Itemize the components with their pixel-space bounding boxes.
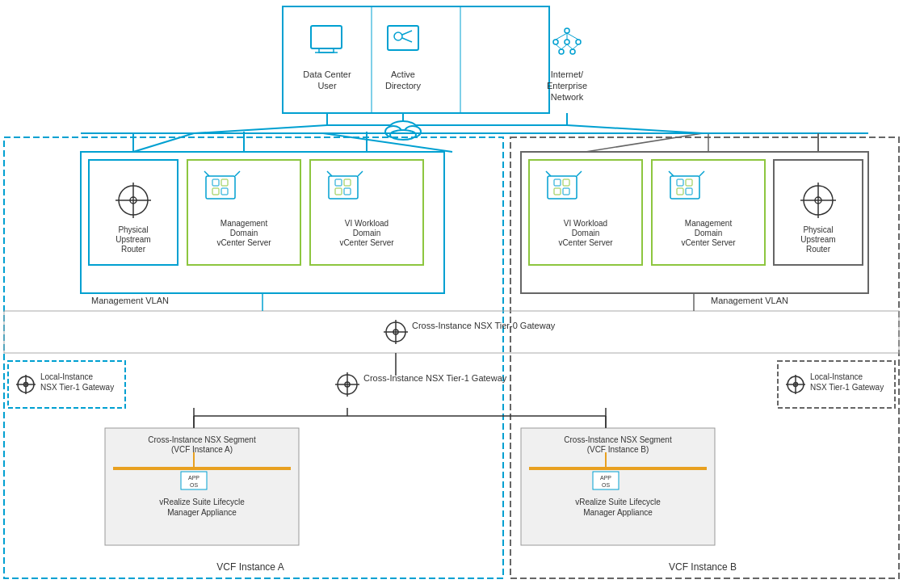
svg-text:Cross-Instance NSX Tier-0 Gate: Cross-Instance NSX Tier-0 Gateway bbox=[412, 321, 556, 330]
svg-text:Local-Instance: Local-Instance bbox=[810, 372, 863, 381]
svg-text:Local-Instance: Local-Instance bbox=[40, 372, 93, 381]
svg-line-96 bbox=[669, 171, 674, 176]
svg-text:Router: Router bbox=[806, 245, 831, 254]
svg-rect-56 bbox=[221, 179, 228, 186]
svg-text:Cross-Instance NSX Segment: Cross-Instance NSX Segment bbox=[564, 435, 672, 444]
svg-text:OS: OS bbox=[602, 482, 610, 488]
svg-line-27 bbox=[573, 44, 578, 49]
svg-rect-54 bbox=[206, 176, 235, 199]
svg-line-23 bbox=[567, 33, 578, 40]
diagram-svg: Data Center User Active Directory Intern… bbox=[0, 0, 903, 588]
svg-text:Domain: Domain bbox=[695, 229, 722, 237]
svg-text:Domain: Domain bbox=[230, 229, 258, 237]
svg-text:NSX Tier-1 Gateway: NSX Tier-1 Gateway bbox=[40, 383, 114, 392]
svg-line-109 bbox=[133, 133, 194, 152]
svg-rect-119 bbox=[4, 311, 899, 353]
svg-text:VCF Instance B: VCF Instance B bbox=[669, 561, 737, 573]
svg-text:VI Workload: VI Workload bbox=[564, 219, 607, 228]
diagram: Data Center User Active Directory Intern… bbox=[0, 0, 903, 588]
svg-point-15 bbox=[565, 28, 569, 33]
svg-rect-55 bbox=[212, 179, 219, 186]
svg-text:Upstream: Upstream bbox=[116, 235, 150, 244]
svg-text:APP: APP bbox=[600, 475, 611, 481]
svg-line-24 bbox=[556, 44, 561, 49]
svg-line-11 bbox=[402, 31, 412, 35]
svg-line-71 bbox=[358, 171, 363, 176]
svg-text:vRealize Suite Lifecycle: vRealize Suite Lifecycle bbox=[575, 498, 661, 506]
svg-text:Network: Network bbox=[551, 92, 584, 102]
svg-rect-69 bbox=[344, 188, 351, 195]
svg-line-70 bbox=[327, 171, 332, 176]
svg-rect-53 bbox=[187, 160, 300, 265]
svg-line-12 bbox=[402, 38, 412, 42]
svg-rect-3 bbox=[299, 24, 355, 65]
svg-rect-94 bbox=[677, 188, 683, 195]
svg-rect-68 bbox=[335, 188, 342, 195]
svg-text:Directory: Directory bbox=[385, 81, 422, 90]
svg-line-36 bbox=[567, 125, 703, 133]
svg-line-60 bbox=[235, 171, 240, 176]
svg-rect-91 bbox=[670, 176, 699, 199]
svg-text:Management VLAN: Management VLAN bbox=[91, 296, 169, 305]
svg-text:vCenter Server: vCenter Server bbox=[681, 238, 736, 247]
svg-point-17 bbox=[565, 40, 569, 44]
svg-text:(VCF Instance B): (VCF Instance B) bbox=[587, 445, 649, 454]
svg-rect-92 bbox=[677, 179, 683, 186]
svg-rect-57 bbox=[212, 188, 219, 195]
svg-text:Management: Management bbox=[220, 219, 268, 228]
svg-line-97 bbox=[699, 171, 704, 176]
svg-line-85 bbox=[546, 171, 551, 176]
svg-rect-66 bbox=[335, 179, 342, 186]
svg-text:Cross-Instance NSX Tier-1 Gate: Cross-Instance NSX Tier-1 Gateway bbox=[363, 373, 507, 383]
svg-rect-64 bbox=[310, 160, 423, 265]
svg-text:vCenter Server: vCenter Server bbox=[216, 238, 271, 247]
svg-line-35 bbox=[194, 125, 327, 133]
svg-text:Management VLAN: Management VLAN bbox=[711, 296, 788, 305]
svg-text:OS: OS bbox=[190, 482, 198, 488]
svg-point-20 bbox=[570, 49, 575, 54]
svg-rect-4 bbox=[311, 26, 342, 48]
svg-text:vCenter Server: vCenter Server bbox=[558, 238, 613, 247]
svg-text:Manager Appliance: Manager Appliance bbox=[167, 508, 237, 517]
svg-rect-79 bbox=[529, 160, 642, 265]
svg-text:vRealize Suite Lifecycle: vRealize Suite Lifecycle bbox=[159, 498, 245, 506]
svg-line-25 bbox=[561, 44, 567, 49]
svg-text:Cross-Instance NSX Segment: Cross-Instance NSX Segment bbox=[148, 435, 256, 444]
svg-text:Router: Router bbox=[121, 245, 146, 254]
svg-text:VCF Instance A: VCF Instance A bbox=[216, 561, 284, 573]
svg-line-86 bbox=[577, 171, 582, 176]
svg-text:Manager Appliance: Manager Appliance bbox=[583, 508, 653, 517]
svg-text:Physical: Physical bbox=[803, 225, 833, 234]
svg-point-40 bbox=[390, 130, 416, 140]
svg-text:(VCF Instance A): (VCF Instance A) bbox=[171, 445, 233, 454]
svg-text:Internet/: Internet/ bbox=[551, 69, 584, 79]
svg-rect-84 bbox=[563, 188, 569, 195]
svg-rect-90 bbox=[652, 160, 765, 265]
svg-text:Physical: Physical bbox=[118, 225, 148, 234]
svg-point-16 bbox=[553, 40, 558, 44]
svg-rect-80 bbox=[548, 176, 577, 199]
svg-text:APP: APP bbox=[188, 475, 200, 481]
svg-rect-65 bbox=[329, 176, 358, 199]
svg-text:Management: Management bbox=[685, 219, 733, 228]
svg-text:VI Workload: VI Workload bbox=[345, 219, 388, 228]
svg-rect-82 bbox=[563, 179, 569, 186]
svg-text:NSX Tier-1 Gateway: NSX Tier-1 Gateway bbox=[810, 383, 884, 392]
svg-text:vCenter Server: vCenter Server bbox=[339, 238, 394, 247]
svg-rect-0 bbox=[283, 6, 549, 113]
svg-line-26 bbox=[567, 44, 573, 49]
svg-rect-81 bbox=[554, 179, 561, 186]
svg-rect-58 bbox=[221, 188, 228, 195]
svg-point-10 bbox=[394, 32, 402, 40]
svg-line-59 bbox=[204, 171, 209, 176]
svg-rect-95 bbox=[686, 188, 692, 195]
svg-text:Domain: Domain bbox=[572, 229, 599, 237]
svg-line-21 bbox=[556, 33, 567, 40]
svg-text:Enterprise: Enterprise bbox=[547, 81, 587, 90]
svg-rect-83 bbox=[554, 188, 561, 195]
svg-rect-93 bbox=[686, 179, 692, 186]
svg-text:Active: Active bbox=[391, 69, 415, 79]
svg-line-113 bbox=[586, 133, 703, 152]
svg-point-19 bbox=[559, 49, 564, 54]
svg-text:Domain: Domain bbox=[353, 229, 380, 237]
